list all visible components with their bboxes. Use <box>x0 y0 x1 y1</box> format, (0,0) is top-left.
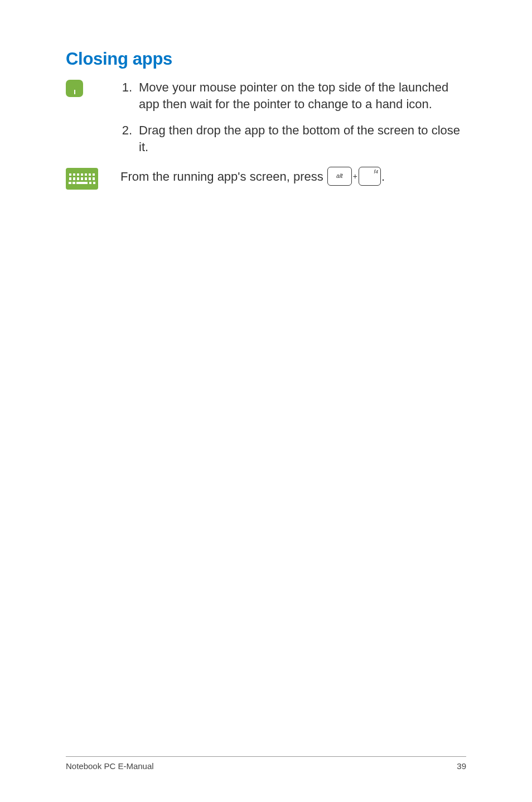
page-footer: Notebook PC E-Manual 39 <box>66 756 466 771</box>
touchpad-icon <box>66 80 83 97</box>
section-heading: Closing apps <box>66 49 466 69</box>
icon-column <box>66 168 120 190</box>
footer-title: Notebook PC E-Manual <box>66 761 154 771</box>
keyboard-instruction-row: From the running app's screen, press alt… <box>66 168 466 190</box>
keyboard-text-column: From the running app's screen, press alt… <box>120 168 466 187</box>
keycap-f4: f4 <box>359 167 381 186</box>
list-item-1: 1. Move your mouse pointer on the top si… <box>120 79 466 112</box>
keycap-alt: alt <box>327 167 352 186</box>
keyboard-text-suffix: . <box>381 170 385 183</box>
list-item-2: 2. Drag then drop the app to the bottom … <box>120 122 466 155</box>
mouse-instruction-row: 1. Move your mouse pointer on the top si… <box>66 79 466 166</box>
list-text: Move your mouse pointer on the top side … <box>139 79 466 112</box>
list-number: 1. <box>120 79 139 112</box>
page-number: 39 <box>457 761 466 771</box>
keyboard-icon <box>66 168 98 190</box>
mouse-text-column: 1. Move your mouse pointer on the top si… <box>120 79 466 166</box>
list-number: 2. <box>120 122 139 155</box>
plus-symbol: + <box>353 171 357 182</box>
icon-column <box>66 79 120 97</box>
keyboard-text-prefix: From the running app's screen, press <box>120 170 327 183</box>
list-text: Drag then drop the app to the bottom of … <box>139 122 466 155</box>
